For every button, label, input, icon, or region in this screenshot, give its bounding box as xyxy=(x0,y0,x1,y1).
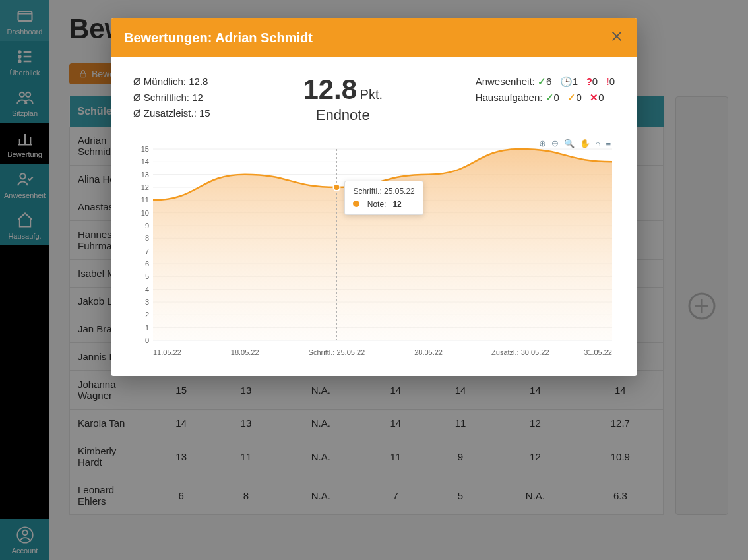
exclaim-icon: ! xyxy=(600,76,609,87)
svg-text:6: 6 xyxy=(145,260,149,268)
avg-muendlich: Ø Mündlich: 12.8 xyxy=(133,74,210,90)
clock-icon: 🕒 xyxy=(554,76,572,87)
anwesenheit-label: Anwesenheit: xyxy=(476,76,535,87)
modal-overlay[interactable]: Bewertungen: Adrian Schmidt Ø Mündlich: … xyxy=(0,0,748,560)
svg-text:14: 14 xyxy=(141,158,149,166)
check-icon: ✓ xyxy=(538,76,546,87)
reset-button[interactable]: ⌂ xyxy=(596,139,601,148)
close-button[interactable] xyxy=(609,29,624,46)
svg-point-61 xyxy=(333,184,340,191)
avg-zusatz: Ø Zusatzleist.: 15 xyxy=(133,106,210,121)
svg-text:7: 7 xyxy=(145,247,149,255)
tooltip-title: Schriftl.: 25.05.22 xyxy=(353,187,414,196)
svg-text:9: 9 xyxy=(145,222,149,230)
svg-text:13: 13 xyxy=(141,171,149,179)
chart-toolbar: ⊕ ⊖ 🔍 ✋ ⌂ ≡ xyxy=(539,139,611,148)
zoom-select-button[interactable]: 🔍 xyxy=(564,139,575,148)
svg-text:11: 11 xyxy=(141,196,149,204)
endnote-label: Endnote xyxy=(303,107,383,124)
avg-schriftlich: Ø Schriftlich: 12 xyxy=(133,90,210,106)
svg-text:2: 2 xyxy=(145,311,149,319)
svg-text:11.05.22: 11.05.22 xyxy=(153,348,181,356)
tooltip-value: 12 xyxy=(392,200,401,209)
chart-container: ⊕ ⊖ 🔍 ✋ ⌂ ≡ 0123 xyxy=(133,136,615,363)
svg-text:28.05.22: 28.05.22 xyxy=(414,348,443,356)
attendance-block: Anwesenheit: ✓6 🕒1 ?0 !0 Hausaufgaben: ✓… xyxy=(476,74,615,106)
check-icon: ✓ xyxy=(545,92,554,103)
svg-text:18.05.22: 18.05.22 xyxy=(231,348,259,356)
svg-text:12: 12 xyxy=(141,183,149,191)
question-icon: ? xyxy=(580,76,592,87)
svg-text:Zusatzl.: 30.05.22: Zusatzl.: 30.05.22 xyxy=(491,348,549,356)
hausaufgaben-label: Hausaufgaben: xyxy=(476,92,543,103)
modal-title: Bewertungen: Adrian Schmidt xyxy=(124,30,313,46)
tooltip-label: Note: xyxy=(367,200,387,209)
modal-header: Bewertungen: Adrian Schmidt xyxy=(111,18,637,57)
svg-text:Schriftl.: 25.05.22: Schriftl.: 25.05.22 xyxy=(309,348,365,356)
menu-button[interactable]: ≡ xyxy=(606,139,611,148)
final-grade-block: 12.8 Pkt. Endnote xyxy=(303,74,383,124)
big-score: 12.8 xyxy=(303,74,357,105)
svg-text:31.05.22: 31.05.22 xyxy=(584,348,612,356)
chart-svg[interactable]: 012345678910111213141511.05.2218.05.22Sc… xyxy=(133,136,619,360)
close-icon xyxy=(609,29,624,44)
modal: Bewertungen: Adrian Schmidt Ø Mündlich: … xyxy=(111,18,637,376)
svg-text:8: 8 xyxy=(145,234,149,242)
check-partial-icon: ✓ xyxy=(562,92,576,103)
zoom-in-button[interactable]: ⊕ xyxy=(539,139,546,148)
pkt-label: Pkt. xyxy=(360,87,383,102)
averages-block: Ø Mündlich: 12.8 Ø Schriftlich: 12 Ø Zus… xyxy=(133,74,210,121)
svg-text:0: 0 xyxy=(145,336,149,344)
svg-text:1: 1 xyxy=(145,324,149,332)
svg-text:5: 5 xyxy=(145,272,149,280)
chart-tooltip: Schriftl.: 25.05.22 Note: 12 xyxy=(344,181,423,215)
svg-text:3: 3 xyxy=(145,298,149,306)
tooltip-dot xyxy=(353,201,359,207)
x-icon: ✕ xyxy=(584,92,598,103)
zoom-out-button[interactable]: ⊖ xyxy=(551,139,559,148)
svg-text:4: 4 xyxy=(145,286,149,294)
svg-text:10: 10 xyxy=(141,209,149,217)
pan-button[interactable]: ✋ xyxy=(580,139,590,148)
svg-text:15: 15 xyxy=(141,145,149,153)
